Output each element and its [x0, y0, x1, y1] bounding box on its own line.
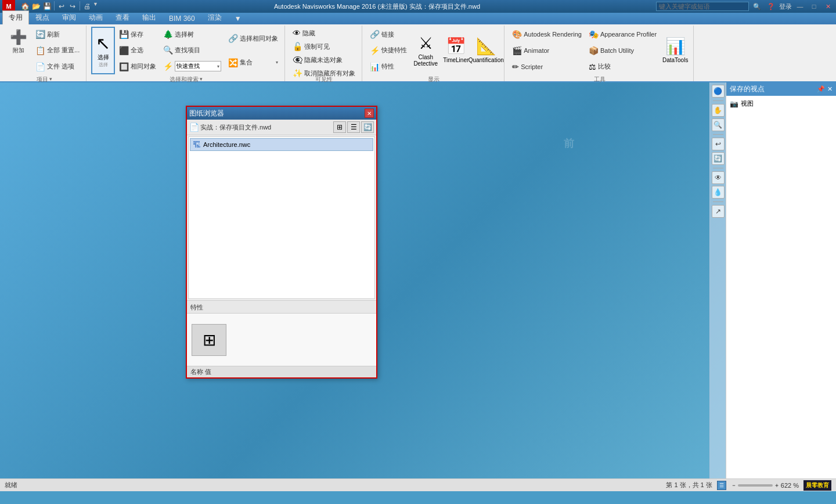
select-big-btn[interactable]: ↖ 选择 选择	[91, 27, 115, 74]
ribbon-tab-shuchu[interactable]: 输出	[136, 10, 163, 24]
hide-btn[interactable]: 👁 隐藏	[290, 27, 358, 39]
project-group-dropdown[interactable]: ▾	[49, 76, 52, 82]
animator-label: Animator	[524, 47, 549, 54]
file-options-btn[interactable]: 📄 文件 选项	[33, 60, 82, 73]
refresh-icon: 🔄	[35, 30, 45, 39]
dialog-file-item-name: Architecture.nwc	[203, 141, 250, 148]
compare-btn[interactable]: ⚖ 比较	[586, 60, 660, 73]
force-visible-btn[interactable]: 🔓 强制可见	[290, 40, 358, 53]
save-select-label: 保存	[131, 30, 143, 39]
ribbon-group-select: ↖ 选择 选择 💾 保存 ⬛ 全选 🔲 相同对象	[88, 26, 285, 81]
select-all-icon: ⬛	[119, 46, 129, 55]
save-select-btn[interactable]: 💾 保存	[116, 28, 159, 41]
quick-find-btn[interactable]: ⚡ 快速查找 ▾	[160, 59, 224, 73]
ribbon-tab-chakan[interactable]: 查看	[109, 10, 136, 24]
collection-btn[interactable]: 🔀 集合 ▾	[225, 56, 281, 69]
quick-find-icon: ⚡	[163, 62, 173, 71]
nav-back-btn[interactable]: ↩	[712, 138, 725, 150]
right-panel-header: 保存的视点 📌 ✕	[726, 82, 836, 96]
dialog-toolbar: 📄 实战：保存项目文件.nwd ⊞ ☰ 🔄	[187, 120, 376, 135]
timeliner-btn[interactable]: 📅 TimeLiner	[441, 27, 470, 73]
nav-zoom-btn[interactable]: 🔍	[712, 118, 725, 131]
prop-icon-btn[interactable]: ⊞	[192, 324, 226, 356]
select-link-label: 选择相同对象	[240, 34, 278, 43]
nav-rotate-btn[interactable]: 🔄	[712, 152, 725, 165]
maximize-btn[interactable]: □	[808, 2, 820, 11]
dialog-file-item-arch[interactable]: 🏗 Architecture.nwc	[190, 138, 373, 151]
zoom-in-btn[interactable]: ＋	[774, 481, 780, 489]
ribbon-tab-zhuanyong[interactable]: 专用	[2, 10, 29, 24]
show-all-icon: ✨	[293, 69, 302, 78]
search-input[interactable]	[656, 2, 749, 11]
nav-pan-btn[interactable]: ✋	[712, 104, 725, 117]
select-group-dropdown[interactable]: ▾	[200, 76, 203, 82]
zoom-controls: － ＋ 622 %	[731, 481, 799, 489]
ribbon-tab-bim360[interactable]: BIM 360	[163, 12, 201, 24]
ribbon-tab-shenyue[interactable]: 审阅	[56, 10, 82, 24]
ribbon-tab-donghua[interactable]: 动画	[82, 10, 109, 24]
refresh-btn[interactable]: 🔄 刷新	[33, 28, 82, 41]
dialog-title: 图纸浏览器	[189, 109, 224, 118]
nav-walk-btn[interactable]: 💧	[712, 186, 725, 199]
minimize-btn[interactable]: —	[794, 2, 806, 11]
attach-btn[interactable]: ➕ 附加	[6, 27, 31, 74]
select-icon: ↖	[96, 33, 110, 53]
reset-btn[interactable]: 📋 全部 重置...	[33, 44, 82, 57]
zoom-level: 622 %	[781, 482, 799, 489]
select-link-btn[interactable]: 🔗 选择相同对象	[225, 32, 281, 45]
right-panel-close-btn[interactable]: ✕	[827, 85, 833, 93]
close-btn[interactable]: ✕	[822, 2, 834, 11]
quantification-btn[interactable]: 📐 Quantification	[471, 27, 500, 73]
dialog-close-btn[interactable]: ✕	[365, 109, 374, 118]
ribbon-tab-xuanran[interactable]: 渲染	[201, 10, 228, 24]
appearance-profiler-btn[interactable]: 🎭 Appearance Profiler	[586, 28, 660, 41]
right-panel-pin-btn[interactable]: 📌	[817, 85, 825, 93]
nav-sep-1	[713, 100, 723, 101]
nav-fly-btn[interactable]: ↗	[712, 205, 725, 218]
search-btn[interactable]: 🔍	[751, 2, 763, 11]
ribbon-group-project-content: ➕ 附加 🔄 刷新 📋 全部 重置... 📄 文件 选项	[6, 27, 82, 74]
properties-btn[interactable]: 📊 特性	[367, 60, 410, 73]
quick-props-btn[interactable]: ⚡ 快捷特性	[367, 44, 410, 57]
status-nav-list-btn[interactable]: ☰	[717, 481, 726, 490]
hide-others-btn[interactable]: 👁‍🗨 隐藏未选对象	[290, 53, 358, 66]
save-select-icon: 💾	[119, 30, 129, 39]
login-label[interactable]: 登录	[779, 2, 792, 11]
datatools-label: DataTools	[662, 57, 688, 63]
animator-btn[interactable]: 🎬 Animator	[509, 44, 585, 57]
batch-utility-btn[interactable]: 📦 Batch Utility	[586, 44, 660, 57]
dialog-view-btn2[interactable]: ☰	[347, 121, 360, 133]
properties-label: 特性	[381, 62, 394, 71]
main-area: 前 图纸浏览器 ✕ 📄 实战：保存项目文件.nwd ⊞ ☰ 🔄 🏗 Archit…	[0, 82, 836, 478]
find-items-btn[interactable]: 🔍 查找项目	[160, 44, 224, 56]
quantification-label: Quantification	[469, 57, 504, 63]
dialog-view-btn3[interactable]: 🔄	[361, 121, 374, 133]
autodesk-rendering-btn[interactable]: 🎨 Autodesk Rendering	[509, 28, 585, 41]
status-bar: 就绪 第 1 张，共 1 张 ☰ － ＋ 622 % 晨零教育	[0, 478, 836, 491]
appearance-profiler-icon: 🎭	[589, 30, 599, 39]
clash-detective-btn[interactable]: ⚔ Clash Detective	[411, 27, 440, 73]
datatools-btn[interactable]: 📊 DataTools	[661, 27, 690, 73]
quick-find-combo[interactable]: 快速查找 ▾	[175, 61, 221, 71]
select-tree-btn[interactable]: 🌲 选择树	[160, 28, 224, 41]
tree-item-view[interactable]: 📷 视图	[730, 98, 833, 109]
select-col1: 💾 保存 ⬛ 全选 🔲 相同对象	[116, 27, 159, 74]
select-all-btn[interactable]: ⬛ 全选	[116, 44, 159, 57]
select-same-btn[interactable]: 🔲 相同对象	[116, 60, 159, 73]
scripter-btn[interactable]: ✏ Scripter	[509, 60, 585, 73]
zoom-out-btn[interactable]: －	[731, 481, 737, 489]
ribbon-tab-shidian[interactable]: 视点	[29, 10, 56, 24]
select-sub: 选择	[99, 62, 108, 68]
zoom-slider[interactable]	[738, 484, 773, 487]
help-btn[interactable]: ❓	[765, 2, 777, 11]
hide-label: 隐藏	[302, 29, 315, 38]
dialog-view-btn1[interactable]: ⊞	[333, 121, 346, 133]
nav-orbit-btn[interactable]: 🔵	[712, 85, 725, 98]
tree-item-view-label: 视图	[741, 99, 754, 108]
status-page-info: 第 1 张，共 1 张	[666, 481, 712, 489]
ribbon-tab-more[interactable]: ▼	[228, 12, 248, 24]
dialog-toolbar-label: 实战：保存项目文件.nwd	[200, 123, 332, 132]
dialog-titlebar: 图纸浏览器 ✕	[187, 107, 376, 120]
nav-look-btn[interactable]: 👁	[712, 171, 725, 184]
link-btn[interactable]: 🔗 链接	[367, 28, 410, 41]
